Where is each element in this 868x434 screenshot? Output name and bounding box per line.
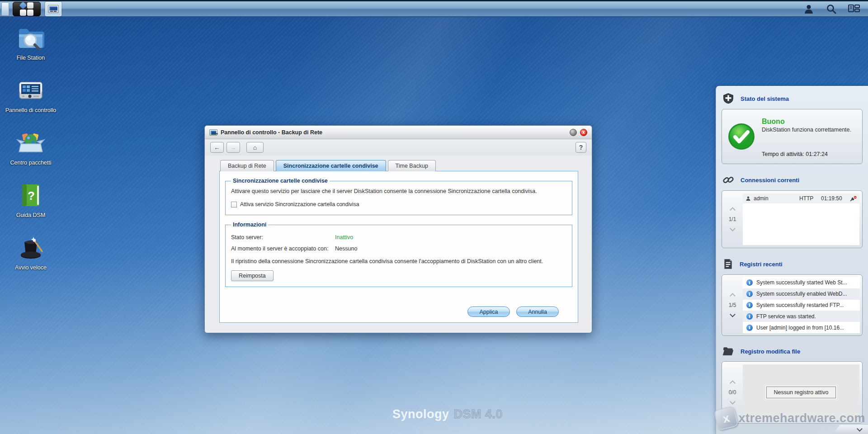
dsm-help-icon: ?: [16, 181, 45, 210]
status-description: DiskStation funziona correttamente.: [762, 127, 857, 133]
open-folder-icon: [722, 346, 734, 357]
connection-time: 01:19:50: [821, 195, 847, 202]
info-icon: i: [746, 302, 753, 308]
reset-button[interactable]: Reimposta: [231, 270, 274, 281]
enable-sync-checkbox[interactable]: [231, 202, 237, 208]
close-button[interactable]: x: [580, 129, 587, 136]
logs-pager: 1/5: [729, 302, 736, 308]
connections-widget: 1/1 admin HTTP 01:19:50: [722, 190, 863, 248]
recent-logs-widget: 1/5 i System successfully started Web St…: [722, 274, 863, 336]
user-menu-button[interactable]: [803, 3, 815, 15]
sync-legend: Sincronizzazione cartelle condivise: [231, 178, 330, 184]
desktop-icon-package-center[interactable]: Centro pacchetti: [5, 128, 57, 166]
minimize-button[interactable]: [570, 129, 577, 136]
desktop-icon-dsm-help[interactable]: ? Guida DSM: [5, 181, 57, 218]
sync-fieldset: Sincronizzazione cartelle condivise Atti…: [225, 178, 572, 215]
widget-panel: Stato del sistema Buono DiskStation funz…: [716, 86, 868, 434]
dsm-version: DSM 4.0: [454, 407, 503, 421]
info-icon: i: [746, 325, 753, 331]
help-button[interactable]: ?: [576, 142, 586, 153]
window-toolbar: ← → ⌂ ?: [205, 139, 592, 156]
log-text: System successfully started Web St...: [756, 279, 847, 286]
log-document-icon: [722, 258, 733, 270]
window-icon: [209, 129, 217, 136]
file-station-icon: [16, 24, 45, 52]
uptime-text: Tempo di attività: 01:27:24: [762, 151, 828, 157]
info-legend: Informazioni: [231, 222, 268, 228]
cancel-button[interactable]: Annulla: [516, 307, 559, 317]
window-title: Pannello di controllo - Backup di Rete: [221, 129, 566, 136]
pilot-view-button[interactable]: [848, 3, 860, 15]
apply-button[interactable]: Applica: [467, 307, 510, 317]
show-desktop-button[interactable]: [1, 2, 9, 16]
log-row[interactable]: i System successfully started Web St...: [743, 277, 860, 288]
log-text: System successfully restarted FTP...: [756, 302, 844, 308]
log-text: User [admin] logged in from [10.16...: [756, 325, 844, 331]
page-down-icon[interactable]: [730, 311, 736, 317]
recent-logs-title: Registri recenti: [740, 261, 783, 268]
empty-log-message: Nessun registro attivo: [766, 387, 836, 398]
menu-square-icon: [20, 9, 26, 16]
system-health-widget: Buono DiskStation funziona correttamente…: [722, 109, 863, 164]
info-icon: i: [746, 279, 753, 286]
user-icon: [803, 4, 814, 14]
desktop-icon-control-panel[interactable]: Pannello di controllo: [5, 76, 57, 113]
widgets-icon: [848, 4, 860, 14]
window-body: Backup di Rete Sincronizzazione cartelle…: [205, 156, 592, 323]
page-up-icon[interactable]: [730, 380, 736, 386]
log-text: FTP service was started.: [756, 313, 816, 320]
control-panel-window: Pannello di controllo - Backup di Rete x…: [204, 125, 592, 333]
tab-network-backup[interactable]: Backup di Rete: [220, 160, 274, 171]
desktop-icon-file-station[interactable]: File Station: [5, 24, 57, 61]
taskbar: [0, 0, 868, 17]
menu-square-icon: [27, 2, 33, 9]
svg-text:?: ?: [28, 189, 35, 203]
synology-logo: Synology: [392, 407, 449, 421]
tab-bar: Backup di Rete Sincronizzazione cartelle…: [219, 160, 578, 171]
enable-sync-label: Attiva servizio Sincronizzazione cartell…: [240, 201, 359, 208]
shield-icon: [722, 93, 734, 104]
main-menu-button[interactable]: [13, 2, 41, 16]
info-icon: i: [746, 313, 753, 320]
desktop-icon-label: Centro pacchetti: [10, 160, 51, 166]
control-panel-icon: [48, 5, 59, 13]
log-row[interactable]: i User [admin] logged in from [10.16...: [743, 322, 860, 333]
log-row[interactable]: i System successfully enabled WebD...: [743, 288, 860, 300]
home-button[interactable]: ⌂: [246, 142, 264, 153]
page-up-icon[interactable]: [730, 293, 736, 299]
page-down-icon[interactable]: [730, 226, 736, 231]
forward-button[interactable]: →: [226, 142, 240, 153]
desktop-icon-label: File Station: [17, 55, 45, 61]
log-text: System successfully enabled WebD...: [756, 291, 847, 297]
page-down-icon[interactable]: [730, 399, 736, 405]
desktop-icon-list: File Station Pannello di controllo: [5, 24, 57, 286]
xtremehardware-logo: x: [713, 406, 739, 431]
search-button[interactable]: [826, 3, 837, 15]
info-fieldset: Informazioni Stato server: Inattivo Al m…: [225, 222, 572, 287]
desktop-icon-quick-start[interactable]: Avvio veloce: [5, 233, 57, 271]
tab-time-backup[interactable]: Time Backup: [388, 160, 436, 171]
disconnect-icon[interactable]: [850, 196, 857, 202]
desktop-icon-label: Guida DSM: [16, 212, 46, 218]
log-row[interactable]: i FTP service was started.: [743, 311, 860, 322]
control-panel-icon: [16, 76, 45, 105]
desktop-icon-label: Avvio veloce: [15, 264, 47, 271]
page-up-icon[interactable]: [730, 207, 736, 213]
system-health-title: Stato del sistema: [741, 95, 789, 102]
paired-label: Al momento il server è accoppiato con:: [231, 245, 335, 252]
user-icon: [745, 196, 751, 201]
window-titlebar[interactable]: Pannello di controllo - Backup di Rete x: [205, 126, 592, 139]
info-icon: i: [746, 291, 753, 297]
connection-user: admin: [754, 195, 797, 202]
site-watermark: x xtremehardware.com: [716, 408, 865, 429]
taskbar-item-control-panel[interactable]: [45, 2, 61, 16]
connections-list: admin HTTP 01:19:50: [743, 193, 859, 245]
back-button[interactable]: ←: [210, 142, 224, 153]
file-change-log-title: Registro modifica file: [741, 348, 800, 355]
log-row[interactable]: i System successfully restarted FTP...: [743, 300, 860, 311]
package-center-icon: [16, 128, 45, 157]
server-status-label: Stato server:: [231, 234, 335, 241]
connection-row[interactable]: admin HTTP 01:19:50: [743, 193, 859, 203]
log-list: i System successfully started Web St... …: [743, 277, 860, 333]
tab-shared-folder-sync[interactable]: Sincronizzazione cartelle condivise: [276, 160, 386, 171]
